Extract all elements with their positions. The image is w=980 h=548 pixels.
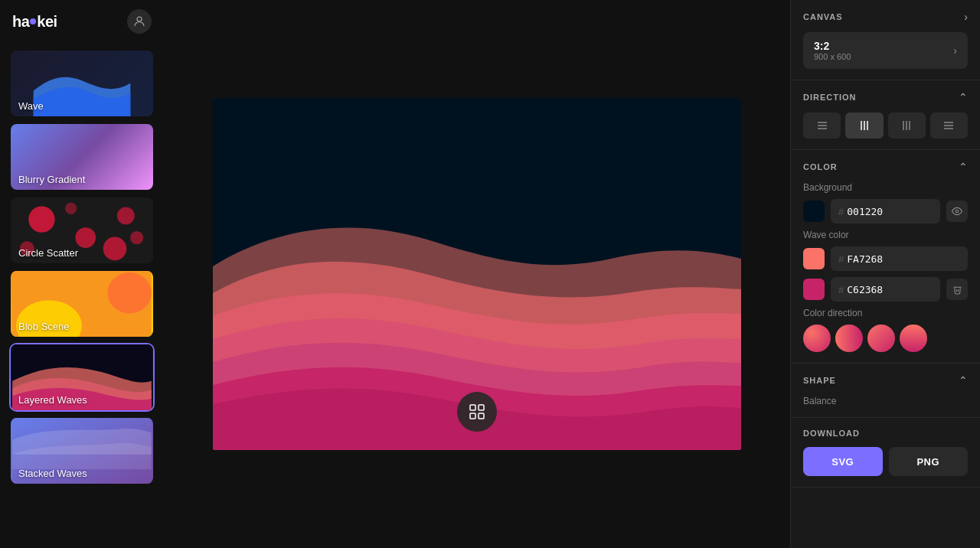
wave-color-2-input[interactable] — [847, 284, 933, 295]
download-png-button[interactable]: PNG — [889, 447, 969, 476]
right-panel: CANVAS › 3:2 900 x 600 › DIRECTION ⌃ — [790, 0, 980, 548]
shape-balance-label: Balance — [803, 396, 968, 406]
svg-rect-16 — [479, 405, 484, 410]
color-direction-buttons — [803, 325, 968, 352]
download-svg-button[interactable]: SVG — [803, 447, 883, 476]
logo: hakei — [12, 13, 57, 31]
shape-section-title: SHAPE — [803, 376, 836, 385]
canvas-container — [213, 98, 741, 450]
direction-section-title: DIRECTION — [803, 93, 857, 102]
direction-btn-right[interactable] — [803, 113, 841, 139]
sidebar-item-layered-waves[interactable]: Layered Waves — [9, 343, 155, 412]
canvas-ratio-main: 3:2 — [814, 40, 851, 52]
svg-rect-15 — [470, 405, 475, 410]
main-canvas-area — [164, 0, 790, 548]
wave-1-hash-symbol: # — [838, 253, 844, 265]
bg-color-visibility-button[interactable] — [946, 201, 968, 222]
wave-color-2-delete-button[interactable] — [946, 279, 968, 300]
bg-color-label: Background — [803, 182, 968, 193]
color-dir-btn-4[interactable] — [900, 325, 927, 352]
sidebar-item-blurry-label: Blurry Gradient — [11, 169, 153, 190]
color-section-header: COLOR ⌃ — [803, 161, 968, 173]
direction-section: DIRECTION ⌃ — [791, 80, 980, 150]
download-section-title: DOWNLOAD — [803, 429, 860, 438]
canvas-ratio-sub: 900 x 600 — [814, 52, 851, 61]
bg-color-input[interactable] — [847, 206, 933, 217]
bg-color-row: # — [803, 199, 968, 223]
wave-color-1-swatch[interactable] — [803, 248, 825, 269]
sidebar-item-wave-label: Wave — [11, 96, 153, 116]
sidebar-items: Wave Blurry Gradient Circle S — [0, 43, 164, 548]
direction-chevron-icon: ⌃ — [959, 91, 968, 103]
color-dir-btn-3[interactable] — [867, 325, 895, 352]
download-buttons: SVG PNG — [803, 447, 968, 476]
wave-color-2-row: # — [803, 277, 968, 302]
canvas-section: CANVAS › 3:2 900 x 600 › — [791, 0, 980, 80]
wave-color-1-input[interactable] — [847, 253, 960, 265]
color-chevron-icon: ⌃ — [959, 161, 968, 173]
color-dir-btn-1[interactable] — [803, 325, 831, 352]
sidebar-item-wave[interactable]: Wave — [9, 49, 155, 118]
direction-btn-up[interactable] — [845, 113, 883, 139]
color-dir-btn-2[interactable] — [835, 325, 863, 352]
svg-rect-17 — [470, 413, 475, 419]
wave-2-hash-symbol: # — [838, 284, 844, 295]
canvas-section-title: CANVAS — [803, 12, 843, 21]
shape-chevron-icon: ⌃ — [959, 374, 968, 387]
direction-btn-left[interactable] — [930, 113, 968, 139]
svg-point-2 — [28, 206, 54, 232]
bg-color-input-wrap: # — [831, 199, 940, 223]
canvas-section-header: CANVAS › — [803, 11, 968, 23]
sidebar-item-circle-scatter[interactable]: Circle Scatter — [9, 196, 155, 265]
sidebar-item-stacked-label: Stacked Waves — [11, 463, 153, 484]
svg-point-4 — [117, 207, 135, 224]
canvas-ratio-chevron-icon: › — [953, 44, 957, 57]
color-section-title: COLOR — [803, 162, 838, 171]
wave-color-2-swatch[interactable] — [803, 279, 825, 300]
svg-point-6 — [65, 203, 77, 214]
shape-section: SHAPE ⌃ Balance — [791, 364, 980, 418]
sidebar: hakei Wave Blurry Gradient — [0, 0, 164, 548]
svg-point-11 — [107, 272, 151, 314]
sidebar-item-circle-label: Circle Scatter — [11, 243, 153, 263]
svg-point-0 — [137, 17, 142, 21]
color-direction-label: Color direction — [803, 308, 968, 318]
svg-point-31 — [956, 210, 959, 213]
shape-section-header: SHAPE ⌃ — [803, 374, 968, 387]
wave-color-label: Wave color — [803, 230, 968, 240]
download-section: DOWNLOAD SVG PNG — [791, 418, 980, 488]
wave-color-1-input-wrap: # — [831, 246, 968, 271]
canvas-expand-button[interactable] — [457, 392, 497, 432]
direction-btn-down[interactable] — [888, 113, 926, 139]
bg-color-swatch[interactable] — [803, 201, 825, 222]
sidebar-item-layered-label: Layered Waves — [11, 390, 153, 410]
svg-rect-18 — [479, 413, 484, 419]
direction-section-header: DIRECTION ⌃ — [803, 91, 968, 103]
avatar-button[interactable] — [127, 9, 152, 34]
color-section: COLOR ⌃ Background # Wave color # — [791, 150, 980, 364]
sidebar-header: hakei — [0, 0, 164, 43]
wave-color-2-input-wrap: # — [831, 277, 940, 302]
wave-color-1-row: # — [803, 246, 968, 271]
bg-hash-symbol: # — [838, 206, 844, 217]
canvas-ratio-info: 3:2 900 x 600 — [814, 40, 851, 61]
canvas-chevron-icon: › — [964, 11, 968, 23]
canvas-ratio-button[interactable]: 3:2 900 x 600 › — [803, 32, 968, 69]
download-section-header: DOWNLOAD — [803, 429, 968, 438]
sidebar-item-blob-scene[interactable]: Blob Scene — [9, 269, 155, 338]
sidebar-item-blurry-gradient[interactable]: Blurry Gradient — [9, 122, 155, 191]
direction-buttons — [803, 113, 968, 139]
sidebar-item-blob-label: Blob Scene — [11, 316, 153, 337]
sidebar-item-stacked-waves[interactable]: Stacked Waves — [9, 416, 155, 485]
